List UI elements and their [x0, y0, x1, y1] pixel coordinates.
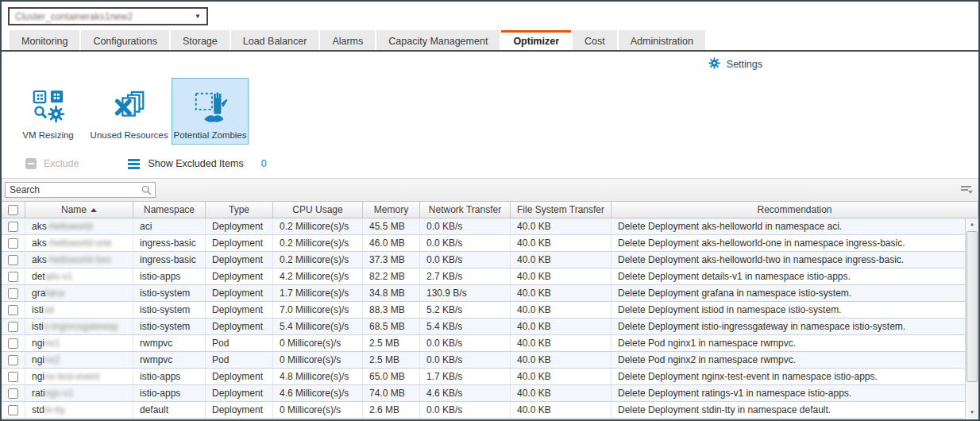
cell-cpu-usage: 1.7 Millicore(s)/s — [273, 285, 363, 301]
sort-ascending-icon — [91, 208, 97, 212]
column-header-cpu-usage[interactable]: CPU Usage — [273, 202, 363, 218]
column-header-name[interactable]: Name — [25, 202, 133, 218]
tab-capacity-management[interactable]: Capacity Management — [376, 30, 500, 50]
cell-name: aks-helloworld — [25, 218, 133, 234]
row-checkbox[interactable] — [8, 222, 18, 232]
cell-namespace: default — [133, 402, 206, 418]
tool-vm-resizing[interactable]: VM Resizing — [10, 78, 87, 145]
exclude-label: Exclude — [44, 158, 79, 169]
vm-resizing-icon — [30, 86, 67, 127]
cell-cpu-usage: 4.8 Millicore(s)/s — [273, 369, 363, 384]
cell-name: grafana — [25, 285, 133, 301]
zombies-grid: NameNamespaceTypeCPU UsageMemoryNetwork … — [2, 178, 978, 419]
scroll-up-button[interactable]: ▲ — [966, 218, 978, 230]
cell-file-system-transfer: 40.0 KB — [511, 252, 612, 268]
column-header-namespace[interactable]: Namespace — [133, 202, 206, 218]
cluster-selector-dropdown[interactable]: Cluster_containeraks1new2 ▼ — [8, 7, 208, 25]
column-options-icon[interactable] — [961, 186, 973, 192]
tab-storage[interactable]: Storage — [171, 30, 230, 50]
row-checkbox[interactable] — [8, 255, 18, 265]
table-row[interactable]: istio-ingressgatewayistio-systemDeployme… — [2, 319, 978, 335]
select-all-header-cell — [2, 202, 25, 218]
table-row[interactable]: istiodistio-systemDeployment7.0 Millicor… — [2, 302, 978, 319]
cell-recommendation: Delete Pod nginx1 in namespace rwmpvc. — [612, 335, 978, 351]
row-checkbox[interactable] — [8, 305, 18, 315]
tab-monitoring[interactable]: Monitoring — [10, 30, 79, 50]
cell-name: nginx2 — [25, 352, 133, 368]
row-checkbox[interactable] — [8, 338, 18, 349]
cell-network-transfer: 0.0 KB/s — [420, 218, 511, 234]
cell-memory: 45.5 MB — [363, 218, 420, 234]
cell-type: Deployment — [206, 385, 273, 401]
column-header-type[interactable]: Type — [206, 202, 273, 218]
cell-file-system-transfer: 40.0 KB — [511, 385, 612, 401]
scroll-down-button[interactable]: ▼ — [966, 407, 978, 419]
cell-recommendation: Delete Deployment aks-helloworld in name… — [612, 218, 978, 234]
cell-file-system-transfer: 40.0 KB — [511, 235, 612, 251]
vertical-scrollbar[interactable]: ▲ ▼ — [965, 218, 978, 419]
cell-file-system-transfer: 40.0 KB — [511, 369, 612, 384]
tab-alarms[interactable]: Alarms — [320, 30, 375, 50]
cell-checkbox — [2, 218, 25, 234]
cell-recommendation: Delete Deployment istiod in namespace is… — [612, 302, 978, 318]
tab-cost[interactable]: Cost — [573, 30, 617, 50]
list-icon — [128, 159, 140, 169]
column-header-network-transfer[interactable]: Network Transfer — [420, 202, 511, 218]
cell-namespace: istio-apps — [133, 268, 206, 284]
cell-checkbox — [2, 268, 25, 284]
optimizer-tools: VM ResizingUnused ResourcesPotential Zom… — [2, 77, 978, 149]
cell-namespace: istio-system — [133, 319, 206, 334]
tool-unused-resources[interactable]: Unused Resources — [91, 78, 168, 145]
column-header-memory[interactable]: Memory — [363, 202, 420, 218]
tab-optimizer[interactable]: Optimizer — [501, 30, 571, 50]
table-row[interactable]: nginx2rwmpvcPod0 Millicore(s)/s2.5 MB0.0… — [2, 352, 978, 369]
row-checkbox[interactable] — [8, 272, 18, 282]
cell-checkbox — [2, 302, 25, 318]
table-row[interactable]: nginx1rwmpvcPod0 Millicore(s)/s2.5 MB0.0… — [2, 335, 978, 352]
cell-network-transfer: 4.6 KB/s — [420, 385, 511, 401]
column-header-recommendation[interactable]: Recommendation — [612, 202, 978, 218]
row-checkbox[interactable] — [8, 238, 18, 249]
row-checkbox[interactable] — [8, 388, 18, 399]
cell-checkbox — [2, 252, 25, 268]
tool-potential-zombies[interactable]: Potential Zombies — [172, 78, 249, 145]
table-row[interactable]: details-v1istio-appsDeployment4.2 Millic… — [2, 268, 978, 285]
grid-header: NameNamespaceTypeCPU UsageMemoryNetwork … — [2, 202, 978, 218]
row-checkbox[interactable] — [8, 405, 18, 415]
table-row[interactable]: grafanaistio-systemDeployment1.7 Millico… — [2, 285, 978, 302]
row-checkbox[interactable] — [8, 355, 18, 365]
select-all-checkbox[interactable] — [8, 205, 18, 215]
cell-checkbox — [2, 385, 25, 401]
cell-namespace: istio-system — [133, 285, 206, 301]
tab-configurations[interactable]: Configurations — [81, 30, 169, 50]
row-checkbox[interactable] — [8, 288, 18, 299]
cell-network-transfer: 130.9 B/s — [420, 285, 511, 301]
cell-file-system-transfer: 40.0 KB — [511, 268, 612, 284]
row-checkbox[interactable] — [8, 372, 18, 382]
table-row[interactable]: aks-helloworldaciDeployment0.2 Millicore… — [2, 218, 978, 235]
column-header-file-system-transfer[interactable]: File System Transfer — [511, 202, 612, 218]
cell-cpu-usage: 4.6 Millicore(s)/s — [273, 385, 363, 401]
table-row[interactable]: aks-helloworld-twoingress-basicDeploymen… — [2, 252, 978, 268]
cell-namespace: istio-apps — [133, 385, 206, 401]
table-row[interactable]: ratings-v1istio-appsDeployment4.6 Millic… — [2, 385, 978, 402]
cell-recommendation: Delete Pod nginx2 in namespace rwmpvc. — [612, 352, 978, 368]
cell-memory: 88.3 MB — [363, 302, 420, 318]
unused-resources-icon — [111, 86, 148, 127]
show-excluded-items-button[interactable]: Show Excluded Items 0 — [128, 158, 266, 169]
tab-administration[interactable]: Administration — [619, 30, 705, 50]
settings-row: Settings — [2, 52, 978, 77]
cell-type: Deployment — [206, 268, 273, 284]
row-checkbox[interactable] — [8, 322, 18, 332]
settings-button[interactable]: Settings — [708, 56, 762, 72]
tab-load-balancer[interactable]: Load Balancer — [231, 30, 319, 50]
search-input[interactable] — [6, 184, 141, 195]
scrollbar-thumb[interactable] — [966, 231, 978, 382]
table-row[interactable]: nginx-test-eventistio-appsDeployment4.8 … — [2, 369, 978, 385]
table-row[interactable]: aks-helloworld-oneingress-basicDeploymen… — [2, 235, 978, 252]
cell-type: Deployment — [206, 319, 273, 334]
exclude-button[interactable]: Exclude — [25, 158, 79, 169]
cell-recommendation: Delete Deployment istio-ingressgateway i… — [612, 319, 978, 334]
table-row[interactable]: stdin-ttydefaultDeployment0 Millicore(s)… — [2, 402, 978, 419]
gear-icon — [708, 56, 721, 72]
